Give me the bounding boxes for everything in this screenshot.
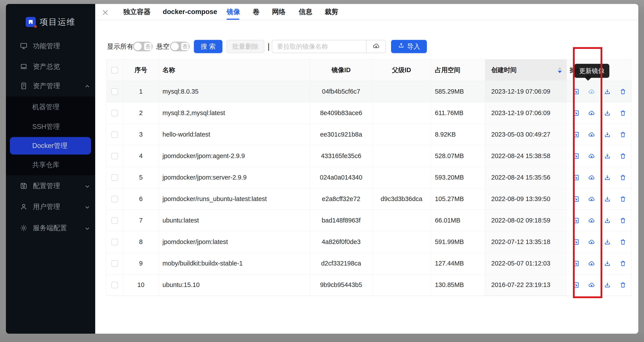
tab-prune[interactable]: 裁剪 (325, 4, 338, 20)
toggle-off-chip: 否 (144, 43, 152, 50)
cell-size: 593.20MB (431, 167, 485, 188)
update-image-icon[interactable] (588, 196, 595, 203)
tab-standalone-container[interactable]: 独立容器 (123, 4, 150, 20)
cell-name: mysql:8.0.35 (159, 81, 310, 102)
create-container-icon[interactable] (572, 110, 580, 117)
sidebar-item-machine-manage[interactable]: 机器管理 (6, 99, 95, 115)
row-checkbox[interactable] (112, 174, 118, 181)
close-icon[interactable] (102, 9, 109, 16)
delete-image-icon[interactable] (620, 131, 626, 138)
row-checkbox[interactable] (112, 239, 118, 245)
create-container-icon[interactable] (572, 260, 580, 267)
update-image-icon[interactable] (588, 260, 595, 267)
row-checkbox[interactable] (112, 217, 118, 224)
update-image-icon[interactable] (588, 217, 595, 224)
delete-image-icon[interactable] (620, 110, 626, 117)
sidebar-item-config-manage[interactable]: 配置管理 (6, 178, 95, 194)
create-container-icon[interactable] (572, 88, 580, 95)
search-button[interactable]: 搜 索 (194, 40, 222, 53)
cell-parent_id (372, 145, 431, 167)
update-image-icon[interactable] (588, 282, 595, 289)
sidebar-item-user-manage[interactable]: 用户管理 (6, 199, 95, 214)
update-image-icon[interactable] (588, 239, 595, 246)
delete-image-icon[interactable] (620, 174, 626, 181)
column-header-created[interactable]: 创建时间 (485, 59, 567, 81)
delete-image-icon[interactable] (620, 282, 626, 289)
tab-volumes[interactable]: 卷 (253, 4, 260, 20)
create-container-icon[interactable] (572, 282, 580, 289)
table-row: 9moby/buildkit:buildx-stable-1d2cf332198… (106, 253, 632, 274)
app-title: 项目运维 (40, 16, 76, 28)
tab-network[interactable]: 网络 (272, 4, 286, 20)
sidebar-item-shared-repo[interactable]: 共享仓库 (6, 157, 95, 173)
update-image-icon[interactable] (588, 88, 595, 95)
update-image-icon[interactable] (588, 153, 595, 160)
update-image-icon[interactable] (588, 110, 595, 117)
export-image-icon[interactable] (604, 174, 611, 181)
import-button[interactable]: 导入 (391, 40, 427, 53)
sidebar-item-asset-manage[interactable]: 资产管理 (6, 78, 95, 94)
delete-image-icon[interactable] (620, 217, 626, 224)
cell-actions (567, 124, 632, 145)
sidebar-item-ssh-manage[interactable]: SSH管理 (6, 119, 95, 134)
export-image-icon[interactable] (604, 239, 611, 246)
sort-carets-icon[interactable] (558, 67, 562, 73)
laptop-icon (20, 63, 28, 71)
export-image-icon[interactable] (604, 196, 611, 203)
row-checkbox[interactable] (112, 110, 118, 116)
upload-icon (398, 40, 404, 53)
cell-actions (567, 231, 632, 253)
row-checkbox[interactable] (112, 282, 118, 288)
delete-image-icon[interactable] (620, 239, 626, 246)
cell-parent_id (372, 253, 431, 274)
sidebar-item-function-manage[interactable]: 功能管理 (6, 38, 95, 54)
cell-created: 2016-07-22 23:19:13 (485, 274, 567, 296)
toggle-knob (134, 42, 142, 50)
toolbar: 显示所有 否 悬空 否 搜 索 批量删除 | (95, 40, 638, 53)
table-row: 5jpomdocker/jpom:server-2.9.9024a0a01434… (106, 167, 632, 188)
delete-image-icon[interactable] (620, 88, 626, 95)
select-all-checkbox[interactable] (112, 67, 118, 73)
sidebar-item-asset-overview[interactable]: 资产总览 (6, 59, 95, 74)
create-container-icon[interactable] (572, 153, 580, 160)
cell-checkbox (106, 274, 123, 296)
delete-image-icon[interactable] (620, 196, 626, 203)
pull-image-button[interactable] (366, 40, 386, 53)
show-all-toggle[interactable]: 否 (133, 42, 153, 51)
export-image-icon[interactable] (604, 260, 611, 267)
cell-index: 3 (123, 124, 159, 145)
tab-images[interactable]: 镜像 (226, 4, 240, 20)
row-checkbox[interactable] (112, 88, 118, 95)
delete-image-icon[interactable] (620, 153, 626, 160)
row-checkbox[interactable] (112, 196, 118, 202)
tab-info[interactable]: 信息 (299, 4, 312, 20)
export-image-icon[interactable] (604, 282, 611, 289)
cell-name: hello-world:latest (159, 124, 310, 145)
update-image-icon[interactable] (588, 174, 595, 181)
export-image-icon[interactable] (604, 217, 611, 224)
sidebar-item-server-config[interactable]: 服务端配置 (6, 220, 95, 236)
tab-docker-compose[interactable]: docker-compose (163, 4, 217, 20)
cell-index: 4 (123, 145, 159, 167)
cell-actions (567, 102, 632, 124)
toolbar-separator: | (268, 41, 270, 52)
row-checkbox[interactable] (112, 131, 118, 138)
create-container-icon[interactable] (572, 131, 580, 138)
update-image-icon[interactable] (588, 131, 595, 138)
create-container-icon[interactable] (572, 217, 580, 224)
create-container-icon[interactable] (572, 174, 580, 181)
cell-image_id: d2cf332198ca (310, 253, 372, 274)
export-image-icon[interactable] (604, 131, 611, 138)
column-header-size: 占用空间 (431, 59, 485, 81)
export-image-icon[interactable] (604, 110, 611, 117)
create-container-icon[interactable] (572, 239, 580, 246)
export-image-icon[interactable] (604, 153, 611, 160)
delete-image-icon[interactable] (620, 260, 626, 267)
create-container-icon[interactable] (572, 196, 580, 203)
sidebar-item-docker-manage[interactable]: Docker管理 (6, 138, 95, 153)
row-checkbox[interactable] (112, 153, 118, 159)
export-image-icon[interactable] (604, 88, 611, 95)
row-checkbox[interactable] (112, 260, 118, 267)
pull-image-input[interactable] (272, 40, 366, 53)
dangling-toggle[interactable]: 否 (170, 42, 190, 51)
